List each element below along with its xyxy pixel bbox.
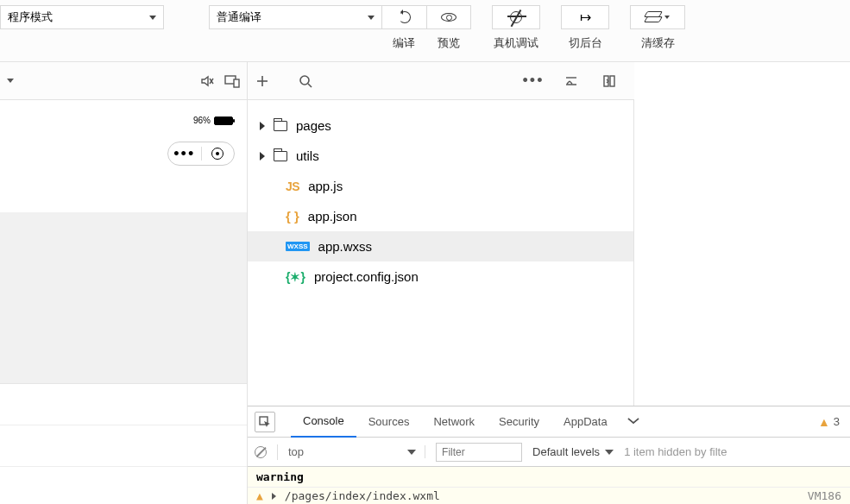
console-filter-bar: top Default levels 1 item hidden by filt… [248, 438, 850, 467]
switch-icon: ↦ [580, 10, 591, 24]
file-app-wxss[interactable]: WXSS app.wxss [248, 231, 633, 261]
caret-down-icon [605, 450, 614, 455]
preview-pane: 96% ••• [0, 62, 248, 504]
file-project-config[interactable]: {✶} project.config.json [248, 261, 633, 292]
devices-icon[interactable] [224, 74, 240, 88]
mode-select[interactable]: 程序模式 [0, 5, 164, 29]
preview-label: 预览 [426, 31, 471, 55]
chevron-right-icon [272, 493, 276, 500]
context-select[interactable]: top [288, 445, 425, 458]
remote-debug-col: 真机调试 [492, 0, 540, 55]
more-icon[interactable]: ••• [526, 73, 541, 89]
warning-icon: ▲ [256, 489, 263, 502]
svg-line-7 [308, 84, 312, 87]
clear-cache-button[interactable] [630, 5, 685, 29]
folder-pages[interactable]: pages [248, 110, 633, 141]
tab-appdata[interactable]: AppData [551, 406, 620, 438]
split-icon[interactable] [601, 73, 617, 89]
file-app-js[interactable]: JS app.js [248, 171, 633, 201]
status-bar: 96% [193, 116, 233, 125]
tab-sources[interactable]: Sources [356, 406, 422, 438]
mute-icon[interactable] [200, 74, 214, 88]
config-icon: {✶} [286, 270, 305, 284]
background-col: ↦ 切后台 [561, 0, 609, 55]
folder-icon [274, 121, 287, 131]
background-button[interactable]: ↦ [561, 5, 609, 29]
console-path: /pages/index/index.wxml [285, 489, 440, 502]
preview-content [0, 383, 247, 504]
capsule-close-button[interactable] [202, 148, 235, 160]
console-subline[interactable]: ▲ /pages/index/index.wxml VM186 [248, 487, 850, 504]
preview-toolbar [0, 62, 247, 100]
warning-count-value: 3 [834, 415, 840, 428]
devtools-tabs: Console Sources Network Security AppData… [248, 406, 850, 438]
file-app-json[interactable]: { } app.json [248, 201, 633, 231]
compile-mode-select[interactable]: 普通编译 [209, 5, 381, 29]
console-source: VM186 [808, 489, 841, 502]
tab-network[interactable]: Network [421, 406, 487, 438]
folder-label: pages [296, 118, 331, 133]
devtools-panel: Console Sources Network Security AppData… [248, 406, 850, 504]
folder-icon [274, 151, 287, 161]
tab-console[interactable]: Console [291, 406, 356, 438]
inspect-button[interactable] [255, 412, 275, 432]
console-message[interactable]: warning [248, 467, 850, 487]
phone-simulator: 96% ••• [0, 100, 247, 504]
file-label: app.js [308, 179, 343, 193]
remote-debug-button[interactable] [492, 5, 540, 29]
target-icon [211, 148, 224, 160]
caret-down-icon [149, 16, 156, 20]
wxss-icon: WXSS [286, 242, 310, 251]
new-file-button[interactable] [255, 73, 270, 89]
tabs-overflow-button[interactable] [626, 415, 640, 428]
list-item[interactable] [0, 425, 247, 467]
list-item[interactable] [0, 384, 247, 425]
svg-rect-10 [610, 76, 614, 86]
compile-button[interactable] [381, 5, 426, 29]
phone-status-area: 96% ••• [0, 100, 247, 212]
battery-icon [214, 117, 233, 125]
stack-icon [645, 13, 659, 22]
file-label: app.wxss [318, 239, 373, 254]
folder-utils[interactable]: utils [248, 141, 633, 171]
compile-toolbar-group: 普通编译 编译 预览 [209, 0, 471, 55]
preview-button[interactable] [426, 5, 471, 29]
filter-input[interactable] [436, 443, 522, 462]
console-message-label: warning [256, 470, 304, 483]
capsule-more-icon[interactable]: ••• [168, 146, 201, 161]
capsule-menu[interactable]: ••• [167, 142, 235, 166]
mode-select-label: 程序模式 [8, 9, 53, 25]
main: 96% ••• [0, 62, 850, 504]
collapse-icon[interactable] [564, 73, 579, 89]
refresh-icon [399, 11, 411, 23]
levels-label: Default levels [532, 445, 600, 458]
divider [277, 444, 278, 460]
compile-label: 编译 [381, 31, 426, 55]
warning-count[interactable]: ▲ 3 [818, 415, 840, 429]
search-button[interactable] [298, 73, 313, 89]
remote-debug-label: 真机调试 [494, 31, 538, 55]
warning-icon: ▲ [818, 415, 830, 429]
tab-security[interactable]: Security [487, 406, 551, 438]
background-label: 切后台 [569, 31, 602, 55]
clear-cache-label: 清缓存 [641, 31, 675, 55]
chevron-right-icon [260, 122, 265, 130]
top-toolbar: 程序模式 普通编译 编译 预览 [0, 0, 850, 62]
compile-select-label: 普通编译 [217, 9, 261, 25]
file-label: app.json [308, 209, 357, 224]
json-icon: { } [286, 209, 299, 224]
list-item[interactable] [0, 467, 247, 504]
caret-down-icon [664, 16, 670, 19]
file-label: project.config.json [314, 269, 419, 284]
battery-percent: 96% [193, 116, 211, 125]
clear-console-button[interactable] [255, 446, 267, 458]
caret-down-icon[interactable] [7, 79, 14, 83]
caret-down-icon [368, 16, 375, 20]
svg-rect-3 [234, 79, 239, 87]
explorer-pane: ••• pages utils [248, 62, 850, 504]
js-icon: JS [286, 180, 299, 193]
chevron-right-icon [260, 152, 265, 161]
svg-point-6 [300, 76, 309, 85]
eye-icon [441, 13, 456, 22]
levels-select[interactable]: Default levels [532, 445, 614, 458]
